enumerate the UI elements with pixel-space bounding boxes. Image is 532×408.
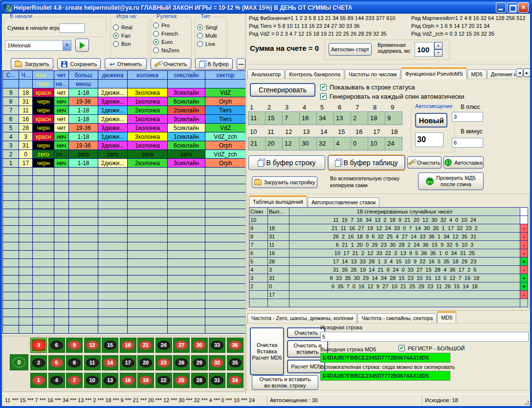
roulette-number-29[interactable]: 29 [191, 355, 208, 370]
roulette-number-11[interactable]: 11 [84, 355, 101, 370]
history-header-cell[interactable]: сикслайн [168, 71, 205, 80]
roulette-number-9[interactable]: 9 [66, 338, 83, 353]
tab-spin-1[interactable]: Автопроставление ставок [308, 197, 379, 207]
roulette-number-19[interactable]: 19 [137, 373, 154, 388]
roulette-number-5[interactable]: 5 [48, 355, 65, 370]
roulette-number-26[interactable]: 26 [173, 355, 190, 370]
collapse-button[interactable]: — [237, 58, 245, 70]
radio-option-real[interactable]: Real [113, 24, 146, 30]
roulette-number-15[interactable]: 15 [102, 338, 118, 353]
roulette-number-7[interactable]: 7 [66, 373, 83, 388]
roulette-number-21[interactable]: 21 [137, 338, 154, 353]
autoshift-value-field[interactable] [415, 132, 443, 147]
begin-sum-input[interactable] [59, 23, 85, 33]
roulette-number-36[interactable]: 36 [227, 338, 244, 353]
history-header-cell[interactable]: не... [54, 80, 69, 88]
roulette-number-22[interactable]: 22 [155, 373, 172, 388]
plus-field[interactable] [452, 112, 483, 122]
radio-option-pro[interactable]: Pro [153, 22, 189, 28]
buffer-row-button[interactable]: В буфер строку [248, 155, 325, 170]
tab-main-4[interactable]: MD5 [467, 69, 487, 79]
roulette-number-30[interactable]: 30 [191, 338, 208, 353]
roulette-number-28[interactable]: 28 [191, 373, 208, 388]
save-button[interactable]: Сохранить [57, 58, 101, 70]
minus-field[interactable] [452, 138, 483, 148]
history-header-cell[interactable] [19, 80, 33, 88]
roulette-number-24[interactable]: 24 [155, 338, 172, 353]
autogen-checkbox[interactable]: ✔ Генерировать на каждый спин автоматиче… [320, 93, 465, 100]
radio-option-bon[interactable]: Bon [113, 41, 146, 47]
generate-button[interactable]: Сгенерировать [250, 83, 315, 97]
load-settings-button[interactable]: Загрузить настройку [252, 176, 317, 188]
spinner-down-button[interactable]: ▼ [434, 49, 443, 57]
radio-option-singl[interactable]: Singl [197, 24, 224, 30]
roulette-number-31[interactable]: 31 [209, 373, 225, 388]
history-header-cell[interactable]: менш [69, 80, 98, 88]
md5-clear-insert-aux-button[interactable]: Очистить и вставитьво вспом. строку [252, 375, 318, 390]
register-checkbox[interactable]: ✔ РЕГИСТР - БОЛЬШОЙ [399, 345, 465, 351]
history-header-cell[interactable]: дюжина [98, 71, 128, 80]
roulette-number-35[interactable]: 35 [227, 355, 244, 370]
spinner-up-button[interactable]: ▲ [434, 42, 443, 49]
check-md5-button[interactable]: МД5 Проверить МД5после спина [418, 172, 484, 190]
history-header-cell[interactable]: чет [54, 71, 69, 80]
history-header-cell[interactable] [205, 80, 246, 88]
radio-option-multi[interactable]: Multi [197, 33, 224, 39]
new-button[interactable]: Новый [415, 113, 447, 128]
md5-clear-button[interactable]: Очистить [287, 327, 325, 338]
tab-freq-1[interactable]: Частота - сиклайны, сектора [357, 313, 437, 323]
radio-option-french[interactable]: French [153, 31, 189, 37]
tab-main-3[interactable]: Функционал PsevdoMS [401, 67, 466, 79]
roulette-number-16[interactable]: 16 [120, 373, 136, 388]
roulette-number-18[interactable]: 18 [120, 338, 136, 353]
autobet-button[interactable]: !Автоставка [443, 156, 484, 169]
roulette-number-4[interactable]: 4 [48, 373, 65, 388]
history-header-cell[interactable]: Кра... [33, 71, 54, 80]
roulette-number-8[interactable]: 8 [66, 355, 83, 370]
roulette-number-27[interactable]: 27 [173, 338, 190, 353]
roulette-zero-cell[interactable]: 0 [10, 354, 28, 370]
close-button[interactable]: ✕ [518, 2, 529, 13]
roulette-number-34[interactable]: 34 [227, 373, 244, 388]
roulette-number-1[interactable]: 1 [30, 373, 47, 388]
autospin-start-button[interactable]: Автоспин старт [329, 43, 372, 56]
md5-aux-field[interactable]: E4DA3B7FBBCE2345D7772B0674A318D5 [320, 371, 450, 381]
history-header-cell[interactable]: колонка [128, 71, 168, 80]
roulette-number-23[interactable]: 23 [155, 355, 172, 370]
roulette-number-33[interactable]: 33 [209, 338, 225, 353]
history-header-cell[interactable] [98, 80, 128, 88]
radio-option-live[interactable]: Live [197, 41, 224, 47]
maximize-button[interactable] [507, 2, 517, 13]
start-button[interactable] [75, 39, 89, 52]
history-header-cell[interactable]: Ч... [19, 71, 33, 80]
buffer-table-button[interactable]: В буфер таблицу [328, 155, 405, 170]
roulette-number-14[interactable]: 14 [102, 355, 118, 370]
history-header-cell[interactable] [3, 80, 19, 88]
roulette-number-32[interactable]: 32 [209, 355, 225, 370]
md5-calc-button[interactable]: Расчет MD5 [287, 360, 325, 373]
history-header-cell[interactable]: Черн [33, 80, 54, 88]
minimize-button[interactable] [496, 2, 506, 13]
history-header-cell[interactable]: С... [3, 71, 19, 80]
radio-option-euro[interactable]: Euro [153, 39, 189, 45]
roulette-number-10[interactable]: 10 [84, 373, 101, 388]
history-header-cell[interactable] [168, 80, 205, 88]
tab-scroll-right-button[interactable]: ► [523, 68, 530, 77]
tab-freq-0[interactable]: Частота - Zero, шансы, дюжины, колонки [247, 313, 357, 323]
roulette-number-25[interactable]: 25 [173, 373, 190, 388]
undo-button[interactable]: ↩Отменить [105, 58, 146, 70]
roulette-number-2[interactable]: 2 [30, 355, 47, 370]
tab-freq-2[interactable]: MD5 [437, 311, 456, 323]
clear-generated-button[interactable]: Очистить [407, 156, 442, 169]
roulette-number-12[interactable]: 12 [84, 338, 101, 353]
radio-option-fan[interactable]: Fan [113, 33, 146, 39]
history-header-cell[interactable]: сектор [205, 71, 246, 80]
tab-scroll-left-button[interactable]: ◄ [516, 68, 523, 77]
clear-button[interactable]: Очистить [151, 58, 191, 70]
chevron-down-icon[interactable]: ▼ [63, 41, 71, 50]
roulette-number-20[interactable]: 20 [137, 355, 154, 370]
tab-main-0[interactable]: Анализатор [247, 69, 285, 79]
tab-main-5[interactable]: Деление ко [487, 69, 515, 79]
source-string-input[interactable] [320, 332, 529, 342]
history-header-cell[interactable] [128, 80, 168, 88]
